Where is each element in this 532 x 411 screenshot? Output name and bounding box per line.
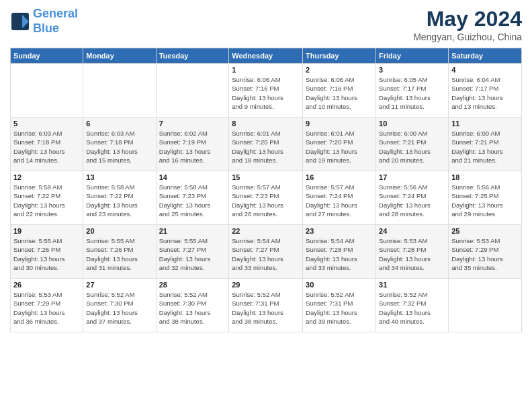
day-number: 5 bbox=[13, 120, 80, 128]
day-info: Sunrise: 5:55 AMSunset: 7:27 PMDaylight:… bbox=[159, 236, 226, 272]
day-number: 9 bbox=[306, 120, 373, 128]
calendar-cell: 19Sunrise: 5:55 AMSunset: 7:26 PMDayligh… bbox=[11, 225, 83, 279]
col-thursday: Thursday bbox=[303, 48, 376, 64]
calendar-cell: 15Sunrise: 5:57 AMSunset: 7:23 PMDayligh… bbox=[229, 171, 303, 225]
calendar-cell: 28Sunrise: 5:52 AMSunset: 7:30 PMDayligh… bbox=[156, 279, 229, 332]
day-number: 1 bbox=[232, 66, 300, 74]
day-info: Sunrise: 5:54 AMSunset: 7:28 PMDaylight:… bbox=[306, 236, 373, 272]
day-info: Sunrise: 5:57 AMSunset: 7:24 PMDaylight:… bbox=[306, 183, 373, 218]
day-number: 16 bbox=[306, 173, 373, 181]
calendar-header-row: Sunday Monday Tuesday Wednesday Thursday… bbox=[11, 48, 522, 64]
day-number: 30 bbox=[306, 281, 373, 289]
calendar-cell: 23Sunrise: 5:54 AMSunset: 7:28 PMDayligh… bbox=[303, 225, 376, 279]
calendar-cell: 26Sunrise: 5:53 AMSunset: 7:29 PMDayligh… bbox=[11, 279, 83, 332]
calendar-cell: 10Sunrise: 6:00 AMSunset: 7:21 PMDayligh… bbox=[376, 118, 449, 171]
day-number: 27 bbox=[86, 281, 152, 289]
day-info: Sunrise: 5:53 AMSunset: 7:28 PMDaylight:… bbox=[379, 236, 445, 272]
day-number: 7 bbox=[159, 120, 226, 128]
day-number: 22 bbox=[232, 227, 300, 235]
calendar-cell: 4Sunrise: 6:04 AMSunset: 7:17 PMDaylight… bbox=[449, 64, 522, 118]
day-info: Sunrise: 5:53 AMSunset: 7:29 PMDaylight:… bbox=[451, 236, 519, 272]
day-info: Sunrise: 5:58 AMSunset: 7:23 PMDaylight:… bbox=[159, 183, 226, 218]
calendar-cell: 20Sunrise: 5:55 AMSunset: 7:26 PMDayligh… bbox=[83, 225, 156, 279]
calendar-cell bbox=[83, 64, 156, 118]
calendar-table: Sunday Monday Tuesday Wednesday Thursday… bbox=[10, 48, 522, 332]
calendar-cell: 24Sunrise: 5:53 AMSunset: 7:28 PMDayligh… bbox=[376, 225, 449, 279]
calendar-cell: 11Sunrise: 6:00 AMSunset: 7:21 PMDayligh… bbox=[449, 118, 522, 171]
calendar-row-0: 1Sunrise: 6:06 AMSunset: 7:16 PMDaylight… bbox=[11, 64, 522, 118]
title-area: May 2024 Mengyan, Guizhou, China bbox=[413, 7, 522, 42]
day-number: 20 bbox=[86, 227, 152, 235]
day-number: 14 bbox=[159, 173, 226, 181]
day-number: 28 bbox=[159, 281, 226, 289]
calendar-row-1: 5Sunrise: 6:03 AMSunset: 7:18 PMDaylight… bbox=[11, 118, 522, 171]
day-number: 6 bbox=[86, 120, 152, 128]
day-info: Sunrise: 5:52 AMSunset: 7:32 PMDaylight:… bbox=[379, 290, 445, 326]
day-info: Sunrise: 5:56 AMSunset: 7:25 PMDaylight:… bbox=[451, 183, 519, 218]
calendar-cell: 8Sunrise: 6:01 AMSunset: 7:20 PMDaylight… bbox=[229, 118, 303, 171]
day-info: Sunrise: 5:59 AMSunset: 7:22 PMDaylight:… bbox=[13, 183, 80, 218]
day-info: Sunrise: 6:06 AMSunset: 7:16 PMDaylight:… bbox=[306, 75, 373, 111]
day-number: 18 bbox=[451, 173, 519, 181]
day-number: 19 bbox=[13, 227, 80, 235]
day-info: Sunrise: 5:55 AMSunset: 7:26 PMDaylight:… bbox=[86, 236, 152, 272]
month-title: May 2024 bbox=[413, 7, 522, 32]
calendar-cell: 21Sunrise: 5:55 AMSunset: 7:27 PMDayligh… bbox=[156, 225, 229, 279]
day-number: 29 bbox=[232, 281, 300, 289]
calendar-cell: 25Sunrise: 5:53 AMSunset: 7:29 PMDayligh… bbox=[449, 225, 522, 279]
calendar-cell: 17Sunrise: 5:56 AMSunset: 7:24 PMDayligh… bbox=[376, 171, 449, 225]
day-number: 12 bbox=[13, 173, 80, 181]
day-number: 31 bbox=[379, 281, 445, 289]
day-number: 2 bbox=[306, 66, 373, 74]
day-number: 23 bbox=[306, 227, 373, 235]
day-number: 24 bbox=[379, 227, 445, 235]
calendar-cell: 31Sunrise: 5:52 AMSunset: 7:32 PMDayligh… bbox=[376, 279, 449, 332]
calendar-cell: 5Sunrise: 6:03 AMSunset: 7:18 PMDaylight… bbox=[11, 118, 83, 171]
calendar-cell: 3Sunrise: 6:05 AMSunset: 7:17 PMDaylight… bbox=[376, 64, 449, 118]
day-info: Sunrise: 5:56 AMSunset: 7:24 PMDaylight:… bbox=[379, 183, 445, 218]
col-wednesday: Wednesday bbox=[229, 48, 303, 64]
day-info: Sunrise: 5:52 AMSunset: 7:30 PMDaylight:… bbox=[159, 290, 226, 326]
header: General Blue May 2024 Mengyan, Guizhou, … bbox=[10, 7, 522, 42]
day-number: 10 bbox=[379, 120, 445, 128]
calendar-cell: 7Sunrise: 6:02 AMSunset: 7:19 PMDaylight… bbox=[156, 118, 229, 171]
day-info: Sunrise: 5:58 AMSunset: 7:22 PMDaylight:… bbox=[86, 183, 152, 218]
day-info: Sunrise: 5:52 AMSunset: 7:30 PMDaylight:… bbox=[86, 290, 152, 326]
day-info: Sunrise: 5:52 AMSunset: 7:31 PMDaylight:… bbox=[306, 290, 373, 326]
col-monday: Monday bbox=[83, 48, 156, 64]
day-info: Sunrise: 6:00 AMSunset: 7:21 PMDaylight:… bbox=[451, 129, 519, 165]
day-number: 25 bbox=[451, 227, 519, 235]
day-info: Sunrise: 6:01 AMSunset: 7:20 PMDaylight:… bbox=[306, 129, 373, 165]
calendar-cell: 29Sunrise: 5:52 AMSunset: 7:31 PMDayligh… bbox=[229, 279, 303, 332]
col-friday: Friday bbox=[376, 48, 449, 64]
day-info: Sunrise: 6:03 AMSunset: 7:18 PMDaylight:… bbox=[13, 129, 80, 165]
day-number: 15 bbox=[232, 173, 300, 181]
logo-icon bbox=[10, 11, 30, 32]
calendar-cell: 27Sunrise: 5:52 AMSunset: 7:30 PMDayligh… bbox=[83, 279, 156, 332]
day-info: Sunrise: 5:57 AMSunset: 7:23 PMDaylight:… bbox=[232, 183, 300, 218]
col-saturday: Saturday bbox=[449, 48, 522, 64]
day-number: 3 bbox=[379, 66, 445, 74]
calendar-row-3: 19Sunrise: 5:55 AMSunset: 7:26 PMDayligh… bbox=[11, 225, 522, 279]
calendar-cell: 18Sunrise: 5:56 AMSunset: 7:25 PMDayligh… bbox=[449, 171, 522, 225]
calendar-cell: 14Sunrise: 5:58 AMSunset: 7:23 PMDayligh… bbox=[156, 171, 229, 225]
calendar-cell bbox=[449, 279, 522, 332]
calendar-row-4: 26Sunrise: 5:53 AMSunset: 7:29 PMDayligh… bbox=[11, 279, 522, 332]
day-number: 26 bbox=[13, 281, 80, 289]
calendar-cell bbox=[11, 64, 83, 118]
day-info: Sunrise: 6:01 AMSunset: 7:20 PMDaylight:… bbox=[232, 129, 300, 165]
calendar-cell: 13Sunrise: 5:58 AMSunset: 7:22 PMDayligh… bbox=[83, 171, 156, 225]
day-number: 21 bbox=[159, 227, 226, 235]
calendar-cell: 16Sunrise: 5:57 AMSunset: 7:24 PMDayligh… bbox=[303, 171, 376, 225]
day-number: 17 bbox=[379, 173, 445, 181]
day-number: 8 bbox=[232, 120, 300, 128]
page-container: General Blue May 2024 Mengyan, Guizhou, … bbox=[0, 0, 532, 339]
day-info: Sunrise: 5:52 AMSunset: 7:31 PMDaylight:… bbox=[232, 290, 300, 326]
calendar-cell: 1Sunrise: 6:06 AMSunset: 7:16 PMDaylight… bbox=[229, 64, 303, 118]
calendar-cell: 30Sunrise: 5:52 AMSunset: 7:31 PMDayligh… bbox=[303, 279, 376, 332]
day-number: 13 bbox=[86, 173, 152, 181]
col-sunday: Sunday bbox=[11, 48, 83, 64]
day-number: 4 bbox=[451, 66, 519, 74]
calendar-cell: 9Sunrise: 6:01 AMSunset: 7:20 PMDaylight… bbox=[303, 118, 376, 171]
day-info: Sunrise: 6:00 AMSunset: 7:21 PMDaylight:… bbox=[379, 129, 445, 165]
